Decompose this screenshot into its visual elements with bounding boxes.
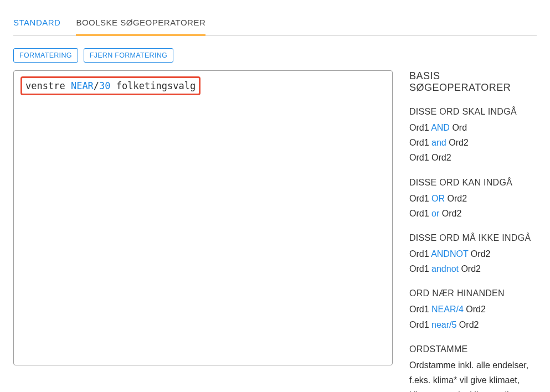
example: Ord1 andnot Ord2 <box>409 261 537 276</box>
example: Ord1 near/5 Ord2 <box>409 317 537 332</box>
example-left: Ord1 <box>409 320 429 329</box>
example-right: Ord2 <box>461 264 481 274</box>
example-right: Ord2 <box>471 249 491 259</box>
example: Ord1 or Ord2 <box>409 206 537 221</box>
example: Ord1 and Ord2 <box>409 135 537 150</box>
example-right: Ord2 <box>449 138 469 147</box>
example-op: ANDNOT <box>431 249 468 259</box>
example: Ord1 Ord2 <box>409 150 537 165</box>
query-term2: folketingsvalg <box>116 80 196 91</box>
example: Ord1 ANDNOT Ord2 <box>409 246 537 261</box>
group-title: ORD NÆR HINANDEN <box>409 288 537 298</box>
format-button[interactable]: FORMATERING <box>13 48 78 63</box>
group-title: DISSE ORD KAN INDGÅ <box>409 178 537 188</box>
query-line-highlight: venstre NEAR/30 folketingsvalg <box>20 76 201 95</box>
example-right: Ord2 <box>459 320 479 329</box>
main-wrap: venstre NEAR/30 folketingsvalg BASIS SØG… <box>13 70 537 392</box>
query-editor[interactable]: venstre NEAR/30 folketingsvalg <box>13 70 393 365</box>
group-title: ORDSTAMME <box>409 344 537 354</box>
query-operator: NEAR <box>71 80 94 91</box>
example-left: Ord1 <box>409 123 429 132</box>
example-op: and <box>431 138 446 147</box>
group-title: DISSE ORD MÅ IKKE INDGÅ <box>409 233 537 243</box>
remove-format-button[interactable]: FJERN FORMATERING <box>84 48 173 63</box>
example-op: AND <box>431 123 450 132</box>
example: Ord1 NEAR/4 Ord2 <box>409 302 537 317</box>
example-left: Ord1 <box>409 264 429 274</box>
sidebar: BASIS SØGEOPERATORER DISSE ORD SKAL INDG… <box>409 70 537 392</box>
example-left: Ord1 <box>409 249 429 259</box>
example-op: or <box>431 209 439 218</box>
example-op: andnot <box>431 264 459 274</box>
tab-standard[interactable]: STANDARD <box>13 11 60 36</box>
example: Ord1 AND Ord <box>409 120 537 135</box>
example-right: Ord2 <box>442 209 462 218</box>
example-op: NEAR/4 <box>431 305 464 314</box>
tab-boolean-operators[interactable]: BOOLSKE SØGEOPERATORER <box>76 11 205 36</box>
example-op: near/5 <box>431 320 456 329</box>
operator-group-not: DISSE ORD MÅ IKKE INDGÅ Ord1 ANDNOT Ord2… <box>409 233 537 276</box>
operator-group-stem: ORDSTAMME Ordstamme inkl. alle endelser,… <box>409 344 537 392</box>
example-left: Ord1 <box>409 153 429 162</box>
example-right: Ord2 <box>431 153 451 162</box>
example-left: Ord1 <box>409 138 429 147</box>
example: Ord1 OR Ord2 <box>409 191 537 206</box>
example-right: Ord2 <box>466 305 486 314</box>
operator-group-may: DISSE ORD KAN INDGÅ Ord1 OR Ord2 Ord1 or… <box>409 178 537 221</box>
query-term1: venstre <box>25 80 65 91</box>
example-left: Ord1 <box>409 209 429 218</box>
operator-group-near: ORD NÆR HINANDEN Ord1 NEAR/4 Ord2 Ord1 n… <box>409 288 537 332</box>
example-left: Ord1 <box>409 194 429 203</box>
example-op: OR <box>431 194 445 203</box>
example-left: Ord1 <box>409 305 429 314</box>
query-sep: / <box>94 80 99 91</box>
stem-description: Ordstamme inkl. alle endelser, f.eks. kl… <box>409 358 537 392</box>
operator-group-must: DISSE ORD SKAL INDGÅ Ord1 AND Ord Ord1 a… <box>409 107 537 166</box>
example-right: Ord <box>452 123 467 132</box>
toolbar: FORMATERING FJERN FORMATERING <box>13 48 537 63</box>
tabs-bar: STANDARD BOOLSKE SØGEOPERATORER <box>13 0 537 36</box>
query-distance: 30 <box>99 80 110 91</box>
sidebar-title: BASIS SØGEOPERATORER <box>409 70 537 94</box>
group-title: DISSE ORD SKAL INDGÅ <box>409 107 537 117</box>
example-right: Ord2 <box>447 194 467 203</box>
